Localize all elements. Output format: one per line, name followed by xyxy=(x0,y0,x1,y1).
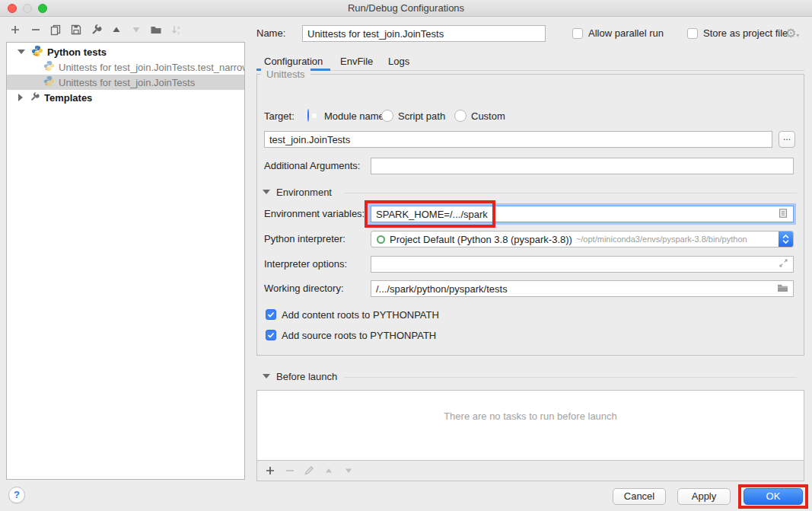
additional-arguments-input[interactable] xyxy=(371,158,794,174)
collapse-caret-icon[interactable] xyxy=(18,50,25,54)
tree-item-label: Templates xyxy=(44,92,92,104)
svg-text:a: a xyxy=(177,25,180,30)
expand-caret-icon[interactable] xyxy=(18,94,23,101)
before-launch-empty-text: There are no tasks to run before launch xyxy=(444,410,617,422)
add-task-icon[interactable] xyxy=(264,465,276,479)
working-directory-value: /.../spark/python/pyspark/tests xyxy=(376,283,777,295)
store-as-project-file-checkbox[interactable] xyxy=(687,28,698,39)
before-launch-collapse-caret-icon[interactable] xyxy=(263,374,270,378)
working-directory-label: Working directory: xyxy=(264,280,344,297)
templates-wrench-icon xyxy=(30,91,40,104)
tab-logs[interactable]: Logs xyxy=(388,53,409,70)
add-source-roots-label: Add source roots to PYTHONPATH xyxy=(282,327,436,344)
interpreter-name: Project Default (Python 3.8 (pyspark-3.8… xyxy=(390,234,572,245)
python-test-config-icon xyxy=(43,75,55,89)
before-launch-separator-line xyxy=(344,377,797,378)
target-module-name-label: Module name xyxy=(324,108,384,125)
apply-button[interactable]: Apply xyxy=(677,488,731,505)
target-script-path-label: Script path xyxy=(398,108,445,125)
environment-variables-value: SPARK_HOME=/.../spark xyxy=(376,209,778,220)
additional-arguments-label: Additional Arguments: xyxy=(264,158,360,174)
before-launch-task-list: There are no tasks to run before launch xyxy=(256,390,804,461)
gear-icon[interactable]: ⚙▾ xyxy=(785,25,799,44)
remove-task-icon[interactable] xyxy=(284,465,296,479)
tab-configuration[interactable]: Configuration xyxy=(264,53,323,70)
module-name-input[interactable] xyxy=(264,131,772,148)
add-content-roots-checkbox[interactable] xyxy=(266,309,276,320)
target-script-path-radio[interactable] xyxy=(381,110,393,122)
interpreter-options-input[interactable] xyxy=(371,256,794,273)
target-module-name-radio[interactable] xyxy=(307,109,309,122)
environment-separator-line xyxy=(345,193,797,193)
dropdown-stepper-icon[interactable] xyxy=(779,231,793,248)
add-source-roots-checkbox[interactable] xyxy=(266,330,276,340)
unittests-group-title: Unittests xyxy=(261,69,310,80)
tree-item-templates[interactable]: Templates xyxy=(7,90,244,105)
allow-parallel-run-label: Allow parallel run xyxy=(588,25,664,42)
add-content-roots-label: Add content roots to PYTHONPATH xyxy=(282,307,439,324)
edit-task-icon[interactable] xyxy=(303,465,315,479)
allow-parallel-run-checkbox[interactable] xyxy=(572,28,583,39)
environment-section-title[interactable]: Environment xyxy=(276,187,332,199)
environment-variables-input[interactable]: SPARK_HOME=/.../spark xyxy=(371,206,794,222)
python-tests-icon xyxy=(31,45,43,59)
interpreter-options-label: Interpreter options: xyxy=(264,256,347,273)
remove-configuration-icon[interactable] xyxy=(30,24,42,36)
save-configuration-icon[interactable] xyxy=(70,24,82,36)
environment-variables-label: Environment variables: xyxy=(264,206,365,222)
add-configuration-icon[interactable] xyxy=(9,24,21,36)
python-test-config-icon xyxy=(43,60,55,74)
browse-folder-icon[interactable] xyxy=(777,283,788,295)
name-label: Name: xyxy=(256,25,285,42)
svg-text:z: z xyxy=(177,30,180,35)
tree-item-label: Python tests xyxy=(47,46,107,58)
new-folder-icon[interactable] xyxy=(150,24,162,36)
tree-item-label: Unittests for test_join.JoinTests xyxy=(59,77,195,88)
cancel-button[interactable]: Cancel xyxy=(613,488,666,505)
expand-field-icon[interactable] xyxy=(779,258,788,270)
conda-env-icon xyxy=(377,235,385,244)
tree-item-unittest-jointests-selected[interactable]: Unittests for test_join.JoinTests xyxy=(7,75,244,90)
title-bar: Run/Debug Configurations xyxy=(0,0,812,17)
edit-env-vars-icon[interactable] xyxy=(778,208,788,221)
move-down-icon[interactable] xyxy=(130,24,142,36)
window-title: Run/Debug Configurations xyxy=(0,0,812,16)
ok-button[interactable]: OK xyxy=(744,488,803,505)
edit-templates-icon[interactable] xyxy=(91,24,103,36)
tree-item-python-tests[interactable]: Python tests xyxy=(7,44,244,59)
tree-item-label: Unittests for test_join.JoinTests.test_n… xyxy=(59,62,244,73)
sort-alphabetically-icon[interactable]: az xyxy=(170,24,183,36)
tree-item-unittest-narrow[interactable]: Unittests for test_join.JoinTests.test_n… xyxy=(7,59,244,75)
tab-envfile[interactable]: EnvFile xyxy=(340,53,373,70)
interpreter-path: ~/opt/miniconda3/envs/pyspark-3.8/bin/py… xyxy=(576,235,779,244)
help-button[interactable]: ? xyxy=(8,487,25,503)
browse-module-button[interactable]: ... xyxy=(779,131,795,148)
before-launch-toolbar xyxy=(256,461,804,481)
working-directory-input[interactable]: /.../spark/python/pyspark/tests xyxy=(371,280,794,297)
move-task-up-icon[interactable] xyxy=(323,465,335,479)
store-as-project-file-label: Store as project file xyxy=(703,25,788,42)
before-launch-title[interactable]: Before launch xyxy=(276,371,337,383)
target-custom-radio[interactable] xyxy=(454,110,467,122)
python-interpreter-select[interactable]: Project Default (Python 3.8 (pyspark-3.8… xyxy=(371,231,794,248)
environment-collapse-caret-icon[interactable] xyxy=(263,190,270,194)
python-interpreter-label: Python interpreter: xyxy=(264,231,345,248)
configurations-tree: Python tests Unittests for test_join.Joi… xyxy=(6,42,245,480)
copy-configuration-icon[interactable] xyxy=(49,24,62,36)
target-custom-label: Custom xyxy=(471,108,505,125)
close-window-button[interactable] xyxy=(8,4,17,13)
minimize-window-button[interactable] xyxy=(23,4,32,13)
move-up-icon[interactable] xyxy=(110,24,123,36)
target-label: Target: xyxy=(264,108,295,125)
move-task-down-icon[interactable] xyxy=(342,465,355,479)
tabs-divider xyxy=(256,70,804,71)
zoom-window-button[interactable] xyxy=(38,4,47,13)
name-input[interactable] xyxy=(302,25,546,42)
